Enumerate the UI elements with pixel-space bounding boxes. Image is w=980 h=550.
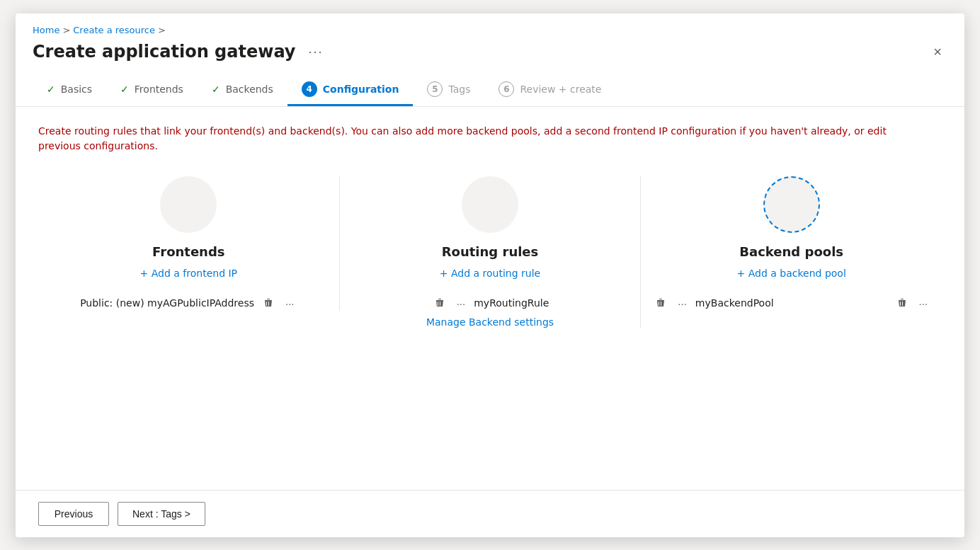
frontends-title: Frontends (152, 244, 224, 259)
dialog-footer: Previous Next : Tags > (16, 490, 964, 537)
check-icon-basics: ✓ (47, 84, 55, 95)
tab-frontends[interactable]: ✓ Frontends (106, 76, 198, 104)
title-row: Create application gateway ··· × (33, 41, 947, 63)
next-button[interactable]: Next : Tags > (118, 502, 205, 526)
tab-configuration[interactable]: 4 Configuration (287, 74, 414, 106)
breadcrumb-create-resource[interactable]: Create a resource (73, 25, 155, 35)
check-icon-frontends: ✓ (120, 84, 129, 95)
backend-pool-delete-button[interactable] (652, 296, 669, 310)
breadcrumb: Home > Create a resource > (33, 25, 947, 35)
tab-frontends-label: Frontends (135, 84, 183, 95)
routing-rule-item-label: myRoutingRule (474, 297, 549, 309)
routing-rule-more-button[interactable]: ··· (454, 296, 469, 311)
frontends-more-button[interactable]: ··· (283, 296, 297, 311)
frontends-item-label: Public: (new) myAGPublicIPAddress (80, 297, 254, 309)
routing-rule-delete-button[interactable] (431, 296, 448, 310)
frontends-item-row: Public: (new) myAGPublicIPAddress ··· (50, 296, 328, 311)
backend-pool-item-label: myBackendPool (695, 297, 774, 309)
backend-pools-item-row: ··· myBackendPool ··· (652, 296, 930, 311)
close-button[interactable]: × (928, 41, 947, 63)
tab-configuration-label: Configuration (323, 84, 399, 95)
create-application-gateway-dialog: Home > Create a resource > Create applic… (16, 13, 964, 537)
tab-backends[interactable]: ✓ Backends (198, 76, 287, 104)
tab-backends-label: Backends (226, 84, 273, 95)
columns: Frontends + Add a frontend IP Public: (n… (38, 176, 942, 328)
ellipsis-button[interactable]: ··· (304, 43, 327, 61)
backend-pool-right-delete-button[interactable] (894, 296, 911, 310)
backend-pool-right-more-button[interactable]: ··· (916, 296, 931, 311)
add-routing-rule-link[interactable]: + Add a routing rule (440, 268, 540, 279)
routing-icon-circle (462, 176, 518, 233)
routing-rules-title: Routing rules (442, 244, 539, 259)
add-backend-pool-link[interactable]: + Add a backend pool (737, 268, 846, 279)
tab-num-configuration: 4 (302, 81, 317, 97)
breadcrumb-sep1: > (62, 25, 70, 35)
info-text: Create routing rules that link your fron… (38, 124, 888, 154)
page-title: Create application gateway (33, 42, 295, 62)
tab-review-label: Review + create (520, 84, 601, 95)
tab-basics[interactable]: ✓ Basics (33, 76, 106, 104)
tab-num-review: 6 (498, 81, 514, 97)
dialog-header: Home > Create a resource > Create applic… (16, 13, 964, 107)
previous-button[interactable]: Previous (38, 502, 109, 526)
tab-review[interactable]: 6 Review + create (484, 74, 615, 106)
frontends-delete-button[interactable] (260, 296, 277, 310)
backend-icon-circle (763, 176, 820, 233)
routing-rules-item-row: ··· myRoutingRule (351, 296, 629, 311)
tab-tags-label: Tags (448, 84, 470, 95)
tab-num-tags: 5 (427, 81, 443, 97)
frontends-icon-circle (160, 176, 217, 233)
manage-backend-settings-link[interactable]: Manage Backend settings (426, 316, 554, 328)
title-left: Create application gateway ··· (33, 42, 328, 62)
dialog-body: Create routing rules that link your fron… (16, 107, 964, 490)
backend-pool-more-button[interactable]: ··· (675, 296, 690, 311)
add-frontend-ip-link[interactable]: + Add a frontend IP (140, 268, 237, 279)
tab-basics-label: Basics (61, 84, 92, 95)
routing-rules-column: Routing rules + Add a routing rule ··· m… (340, 176, 642, 328)
breadcrumb-home[interactable]: Home (33, 25, 59, 35)
tab-tags[interactable]: 5 Tags (413, 74, 484, 106)
backend-pools-title: Backend pools (739, 244, 843, 259)
frontends-column: Frontends + Add a frontend IP Public: (n… (38, 176, 340, 311)
tab-bar: ✓ Basics ✓ Frontends ✓ Backends 4 Config… (33, 74, 947, 106)
backend-pools-column: Backend pools + Add a backend pool ··· m… (641, 176, 942, 311)
breadcrumb-sep2: > (158, 25, 166, 35)
check-icon-backends: ✓ (212, 84, 220, 95)
